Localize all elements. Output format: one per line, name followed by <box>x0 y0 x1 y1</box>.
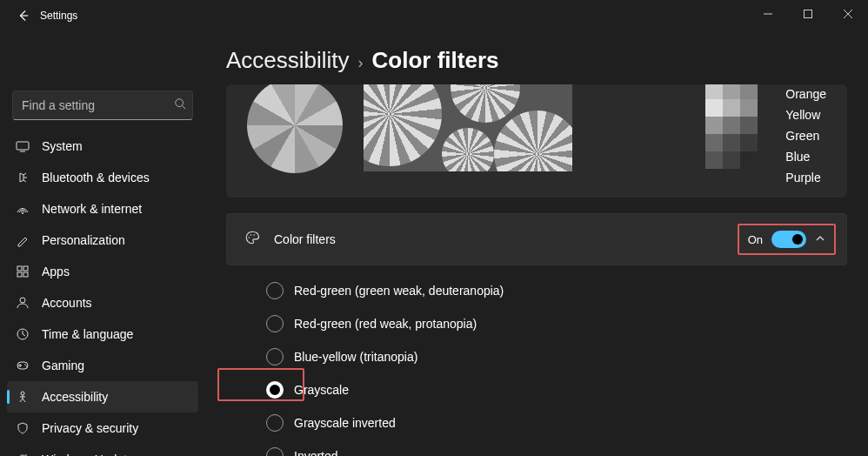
search-icon <box>174 97 186 113</box>
nav-label: Accounts <box>42 296 92 310</box>
svg-rect-7 <box>23 272 28 277</box>
radio-button <box>266 282 284 299</box>
nav-list: SystemBluetooth & devicesNetwork & inter… <box>7 131 198 456</box>
radio-button <box>266 447 284 456</box>
sidebar-item-time-language[interactable]: Time & language <box>7 319 198 350</box>
sidebar-item-gaming[interactable]: Gaming <box>7 350 198 381</box>
filter-option-blue-yellow-tritanopia-[interactable]: Blue-yellow (tritanopia) <box>266 340 847 373</box>
nav-icon <box>16 233 30 247</box>
radio-button <box>266 414 284 432</box>
filter-option-red-green-green-weak-deuteranopia-[interactable]: Red-green (green weak, deuteranopia) <box>266 274 847 307</box>
radio-label: Red-green (red weak, protanopia) <box>294 317 477 331</box>
sidebar-item-bluetooth-devices[interactable]: Bluetooth & devices <box>7 162 198 193</box>
titlebar: Settings <box>0 0 868 31</box>
photo-preview <box>364 84 572 171</box>
breadcrumb-current: Color filters <box>372 47 499 74</box>
color-label: Purple <box>785 171 826 184</box>
svg-point-15 <box>254 234 256 236</box>
color-label: Blue <box>785 150 826 164</box>
expander-title: Color filters <box>274 232 336 246</box>
nav-icon <box>16 390 30 404</box>
nav-icon <box>16 296 30 310</box>
radio-label: Grayscale inverted <box>294 416 396 430</box>
nav-icon <box>16 202 30 216</box>
nav-label: Bluetooth & devices <box>42 171 150 184</box>
palette-icon <box>244 230 260 249</box>
filter-option-red-green-red-weak-protanopia-[interactable]: Red-green (red weak, protanopia) <box>266 307 847 340</box>
svg-rect-2 <box>17 142 29 150</box>
nav-label: System <box>42 139 83 153</box>
sidebar-item-apps[interactable]: Apps <box>7 256 198 287</box>
breadcrumb-separator: › <box>358 54 364 72</box>
sidebar-item-network-internet[interactable]: Network & internet <box>7 193 198 225</box>
radio-button <box>266 348 284 365</box>
svg-point-14 <box>250 234 252 236</box>
nav-label: Accessibility <box>42 390 108 404</box>
nav-icon <box>16 359 30 372</box>
svg-point-10 <box>24 364 26 365</box>
nav-label: Time & language <box>42 327 133 341</box>
svg-point-3 <box>22 212 23 214</box>
sidebar-item-windows-update[interactable]: Windows Update <box>7 444 198 456</box>
toggle-state-label: On <box>748 233 763 246</box>
radio-label: Red-green (green weak, deuteranopia) <box>294 284 504 298</box>
nav-icon <box>16 265 30 278</box>
back-button[interactable] <box>10 3 37 29</box>
nav-icon <box>16 139 30 153</box>
color-wheel-preview <box>247 84 343 173</box>
minimize-button[interactable] <box>748 0 788 28</box>
radio-label: Blue-yellow (tritanopia) <box>294 350 417 364</box>
radio-label: Inverted <box>294 449 338 456</box>
sidebar-item-accessibility[interactable]: Accessibility <box>7 381 198 412</box>
color-label: Orange <box>785 87 826 101</box>
search-input[interactable] <box>22 98 174 112</box>
color-filters-expander: Color filters On Red-green (green weak, … <box>226 213 847 456</box>
sidebar-item-accounts[interactable]: Accounts <box>7 287 198 319</box>
color-filters-toggle[interactable] <box>771 231 806 248</box>
svg-point-8 <box>20 298 25 303</box>
breadcrumb-parent[interactable]: Accessibility <box>226 47 350 74</box>
highlight-grayscale <box>217 368 304 401</box>
nav-icon <box>16 453 30 456</box>
filter-option-grayscale[interactable]: Grayscale <box>266 373 847 406</box>
nav-label: Gaming <box>42 359 84 372</box>
preview-panel: OrangeYellowGreenBluePurple <box>226 84 847 198</box>
main-content: Accessibility › Color filters OrangeYell… <box>205 31 868 456</box>
color-swatches <box>705 84 758 169</box>
filter-option-inverted[interactable]: Inverted <box>266 439 847 456</box>
breadcrumb: Accessibility › Color filters <box>226 47 847 74</box>
svg-rect-5 <box>23 266 28 271</box>
chevron-up-icon[interactable] <box>815 231 825 247</box>
nav-label: Privacy & security <box>42 421 138 435</box>
expander-header[interactable]: Color filters On <box>226 213 847 265</box>
svg-rect-0 <box>805 10 812 18</box>
svg-point-1 <box>176 99 184 107</box>
window-title: Settings <box>40 10 77 22</box>
nav-label: Network & internet <box>42 202 142 216</box>
search-box[interactable] <box>12 91 193 120</box>
nav-icon <box>16 327 30 341</box>
color-label: Yellow <box>785 108 826 122</box>
nav-label: Personalization <box>42 233 125 247</box>
svg-rect-4 <box>17 266 22 271</box>
nav-icon <box>16 171 30 184</box>
filter-options: Red-green (green weak, deuteranopia)Red-… <box>226 265 847 456</box>
sidebar-item-system[interactable]: System <box>7 131 198 162</box>
sidebar-item-privacy-security[interactable]: Privacy & security <box>7 412 198 444</box>
radio-button <box>266 315 284 332</box>
filter-option-grayscale-inverted[interactable]: Grayscale inverted <box>266 406 847 439</box>
sidebar-item-personalization[interactable]: Personalization <box>7 225 198 256</box>
svg-point-13 <box>249 237 250 238</box>
svg-point-12 <box>21 392 24 395</box>
sidebar: SystemBluetooth & devicesNetwork & inter… <box>0 31 205 456</box>
color-label: Green <box>785 129 826 143</box>
nav-label: Windows Update <box>42 453 134 456</box>
close-button[interactable] <box>828 0 868 28</box>
svg-point-11 <box>26 365 28 367</box>
maximize-button[interactable] <box>788 0 828 28</box>
color-label-list: OrangeYellowGreenBluePurple <box>785 87 826 184</box>
svg-rect-6 <box>17 272 22 277</box>
nav-label: Apps <box>42 265 70 278</box>
nav-icon <box>16 421 30 435</box>
